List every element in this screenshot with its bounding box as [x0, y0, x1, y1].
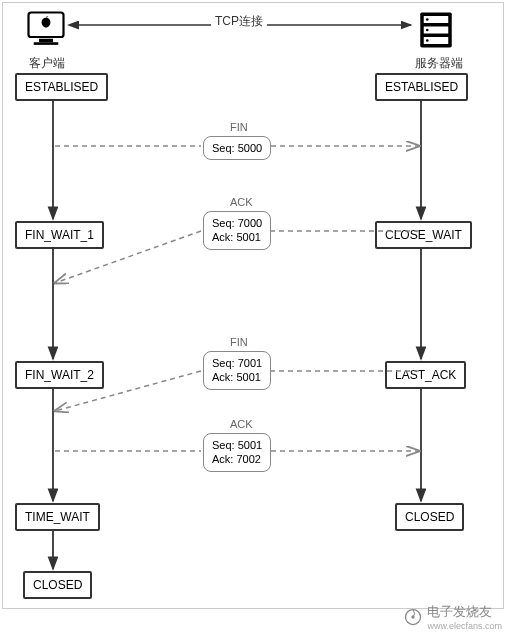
client-state-closed: CLOSED [23, 571, 92, 599]
svg-point-7 [426, 18, 429, 21]
msg3-flag: FIN [228, 336, 250, 348]
msg3-line1: Seq: 7001 [212, 357, 262, 369]
server-label: 服务器端 [415, 55, 463, 72]
tcp-connection-label: TCP连接 [211, 13, 267, 30]
watermark-text: 电子发烧友 [427, 603, 502, 621]
msg3-box: Seq: 7001 Ack: 5001 [203, 351, 271, 390]
client-state-time-wait: TIME_WAIT [15, 503, 100, 531]
client-icon [25, 9, 67, 51]
msg2-box: Seq: 7000 Ack: 5001 [203, 211, 271, 250]
msg2-line2: Ack: 5001 [212, 231, 261, 243]
client-state-fin-wait-2: FIN_WAIT_2 [15, 361, 104, 389]
server-icon [415, 9, 457, 51]
svg-point-8 [426, 29, 429, 32]
watermark: 电子发烧友 www.elecfans.com [403, 603, 502, 631]
svg-rect-2 [34, 42, 59, 45]
client-state-established: ESTABLISED [15, 73, 108, 101]
msg4-flag: ACK [228, 418, 255, 430]
server-state-closed: CLOSED [395, 503, 464, 531]
msg2-flag: ACK [228, 196, 255, 208]
msg1-flag: FIN [228, 121, 250, 133]
msg2-line1: Seq: 7000 [212, 217, 262, 229]
watermark-url: www.elecfans.com [427, 621, 502, 631]
msg4-box: Seq: 5001 Ack: 7002 [203, 433, 271, 472]
tcp-close-diagram: TCP连接 客户端 服务器端 ESTABLISED FIN_WAIT_1 FIN… [2, 2, 504, 609]
server-state-close-wait: CLOSE_WAIT [375, 221, 472, 249]
msg3-line2: Ack: 5001 [212, 371, 261, 383]
msg4-line2: Ack: 7002 [212, 453, 261, 465]
svg-rect-1 [39, 39, 53, 43]
msg1-box: Seq: 5000 [203, 136, 271, 160]
msg4-line1: Seq: 5001 [212, 439, 262, 451]
svg-point-9 [426, 39, 429, 42]
client-label: 客户端 [29, 55, 65, 72]
elecfans-logo-icon [403, 607, 423, 627]
server-state-last-ack: LAST_ACK [385, 361, 466, 389]
msg1-line1: Seq: 5000 [212, 142, 262, 154]
server-state-established: ESTABLISED [375, 73, 468, 101]
client-state-fin-wait-1: FIN_WAIT_1 [15, 221, 104, 249]
